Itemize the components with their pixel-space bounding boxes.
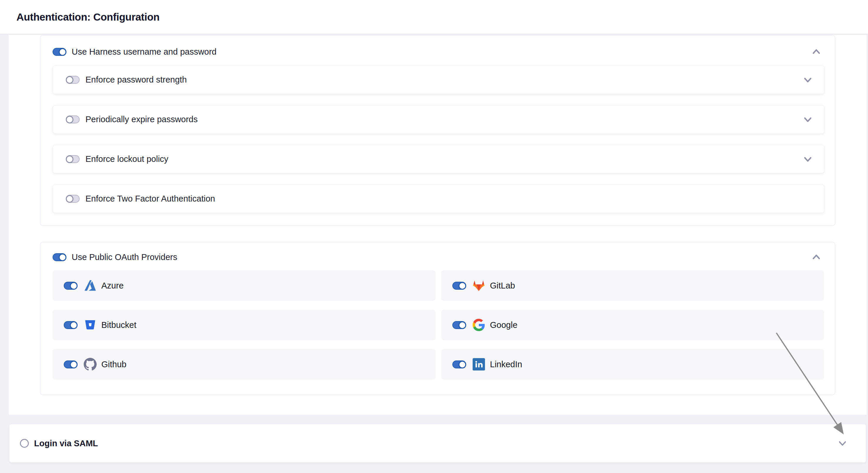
lockout-policy-toggle[interactable] <box>66 155 80 163</box>
google-icon <box>472 318 485 332</box>
chevron-down-icon[interactable] <box>801 153 814 166</box>
toggle-knob <box>459 282 466 290</box>
github-toggle[interactable] <box>64 360 78 369</box>
toggle-knob <box>70 321 78 329</box>
toggle-knob <box>59 254 66 261</box>
password-strength-row: Enforce password strength <box>53 65 825 94</box>
oauth-provider-grid: Azure GitLab <box>53 270 824 380</box>
password-expiry-label: Periodically expire passwords <box>86 115 198 124</box>
gitlab-icon <box>472 279 485 292</box>
azure-icon <box>84 279 97 292</box>
provider-label: Bitbucket <box>101 320 136 330</box>
provider-label: Azure <box>101 281 124 290</box>
google-toggle[interactable] <box>452 321 466 329</box>
provider-label: Google <box>490 320 518 330</box>
oauth-provider-linkedin: LinkedIn <box>441 349 824 380</box>
toggle-knob <box>70 361 78 369</box>
two-factor-row: Enforce Two Factor Authentication <box>53 185 825 213</box>
chevron-down-icon[interactable] <box>801 113 814 126</box>
saml-radio[interactable] <box>20 439 29 448</box>
toggle-knob <box>66 155 73 163</box>
password-strength-label: Enforce password strength <box>86 75 187 85</box>
saml-label: Login via SAML <box>34 439 98 448</box>
github-icon <box>84 358 97 371</box>
toggle-knob <box>59 48 66 56</box>
oauth-label: Use Public OAuth Providers <box>72 252 177 262</box>
harness-login-card: Use Harness username and password Enforc… <box>40 35 835 226</box>
provider-label: Github <box>101 359 126 369</box>
harness-login-label: Use Harness username and password <box>72 47 216 57</box>
gitlab-toggle[interactable] <box>452 282 466 290</box>
toggle-knob <box>66 116 73 123</box>
chevron-up-icon[interactable] <box>810 45 823 58</box>
chevron-down-icon[interactable] <box>801 73 814 86</box>
oauth-provider-google: Google <box>441 310 824 340</box>
linkedin-icon <box>472 358 485 371</box>
two-factor-label: Enforce Two Factor Authentication <box>86 194 215 203</box>
provider-label: LinkedIn <box>490 359 522 369</box>
oauth-provider-github: Github <box>53 349 436 380</box>
chevron-up-icon[interactable] <box>810 251 823 263</box>
toggle-knob <box>66 195 73 203</box>
page-title: Authentication: Configuration <box>17 11 159 23</box>
toggle-knob <box>459 361 466 369</box>
harness-login-toggle[interactable] <box>53 48 66 56</box>
linkedin-toggle[interactable] <box>452 360 466 369</box>
oauth-provider-azure: Azure <box>53 270 436 301</box>
harness-login-header: Use Harness username and password <box>53 43 823 61</box>
oauth-toggle[interactable] <box>53 253 66 261</box>
toggle-knob <box>70 282 78 290</box>
toggle-knob <box>66 76 73 84</box>
password-strength-toggle[interactable] <box>66 76 80 84</box>
page-header: Authentication: Configuration <box>0 0 868 34</box>
oauth-providers-card: Use Public OAuth Providers Azure <box>40 242 835 395</box>
bitbucket-toggle[interactable] <box>64 321 78 329</box>
password-expiry-toggle[interactable] <box>66 116 80 123</box>
lockout-policy-label: Enforce lockout policy <box>86 154 168 164</box>
password-expiry-row: Periodically expire passwords <box>53 105 825 134</box>
two-factor-toggle[interactable] <box>66 195 80 203</box>
oauth-provider-bitbucket: Bitbucket <box>53 310 436 340</box>
oauth-provider-gitlab: GitLab <box>441 270 824 301</box>
oauth-header: Use Public OAuth Providers <box>53 248 823 266</box>
saml-login-row[interactable]: Login via SAML <box>9 424 866 463</box>
authentication-configuration-page: Authentication: Configuration Use Harnes… <box>0 0 868 473</box>
chevron-down-icon[interactable] <box>836 437 849 450</box>
toggle-knob <box>459 321 466 329</box>
lockout-policy-row: Enforce lockout policy <box>53 145 825 174</box>
bitbucket-icon <box>84 318 97 332</box>
azure-toggle[interactable] <box>64 282 78 290</box>
provider-label: GitLab <box>490 281 515 290</box>
